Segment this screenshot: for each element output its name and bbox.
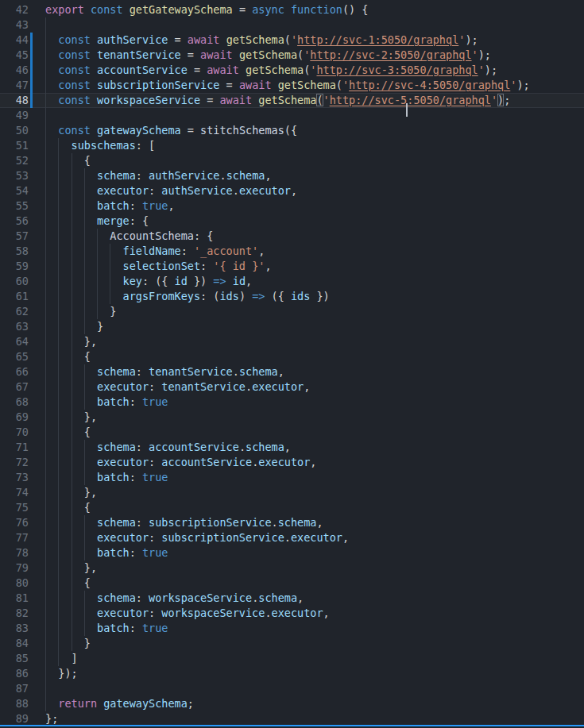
code-line[interactable]: 42export const getGatewaySchema = async … [0,2,584,17]
code-line-text[interactable]: const gatewaySchema = stitchSchemas({ [33,123,584,138]
code-line-text[interactable]: schema: accountService.schema, [33,440,584,455]
code-line-text[interactable]: { [33,576,584,591]
line-number[interactable]: 52 [0,153,29,168]
line-number[interactable]: 59 [0,259,29,274]
code-line[interactable]: 79 }, [0,560,584,576]
code-line[interactable]: 68 batch: true [0,395,584,410]
line-number[interactable]: 78 [0,545,29,560]
code-line-text[interactable]: schema: authService.schema, [33,168,584,183]
line-number[interactable]: 54 [0,183,29,198]
code-line[interactable]: 48 const workspaceService = await getSch… [0,93,584,108]
code-line[interactable]: 47 const subscriptionService = await get… [0,78,584,93]
line-number[interactable]: 65 [0,349,29,364]
line-number[interactable]: 66 [0,364,29,379]
code-line-text[interactable] [33,17,584,33]
code-line[interactable]: 61 argsFromKeys: (ids) => ({ ids }) [0,289,584,304]
line-number[interactable]: 70 [0,425,29,440]
code-line[interactable]: 50 const gatewaySchema = stitchSchemas({ [0,123,584,138]
code-line-text[interactable]: fieldName: '_account', [33,244,584,259]
line-number[interactable]: 79 [0,560,29,576]
code-line-text[interactable]: key: ({ id }) => id, [33,274,584,289]
line-number[interactable]: 58 [0,244,29,259]
line-number[interactable]: 55 [0,198,29,214]
code-line-text[interactable]: AccountSchema: { [33,229,584,244]
code-line[interactable]: 51 subschemas: [ [0,138,584,153]
line-number[interactable]: 51 [0,138,29,153]
line-number[interactable]: 76 [0,515,29,530]
line-number[interactable]: 72 [0,455,29,470]
code-line-text[interactable]: executor: subscriptionService.executor, [33,530,584,545]
line-number[interactable]: 71 [0,440,29,455]
code-line-text[interactable]: } [33,319,584,334]
line-number[interactable]: 53 [0,168,29,183]
code-line-text[interactable]: executor: authService.executor, [33,183,584,198]
line-number[interactable]: 77 [0,530,29,545]
code-line-text[interactable]: return gatewaySchema; [33,696,584,711]
code-line[interactable]: 65 { [0,349,584,364]
code-line-text[interactable]: }, [33,485,584,500]
code-line[interactable]: 83 batch: true [0,621,584,636]
code-line[interactable]: 43 [0,17,584,33]
code-line[interactable]: 81 schema: workspaceService.schema, [0,591,584,606]
code-line[interactable]: 69 }, [0,410,584,425]
code-line-text[interactable]: batch: true [33,545,584,560]
line-number[interactable]: 47 [0,78,29,93]
code-line-text[interactable]: { [33,349,584,364]
line-number[interactable]: 87 [0,681,29,696]
line-number[interactable]: 67 [0,379,29,395]
line-number[interactable]: 85 [0,651,29,666]
line-number[interactable]: 88 [0,696,29,711]
code-line[interactable]: 88 return gatewaySchema; [0,696,584,711]
code-line[interactable]: 58 fieldName: '_account', [0,244,584,259]
code-line-text[interactable]: ] [33,651,584,666]
code-line[interactable]: 56 merge: { [0,214,584,229]
code-line[interactable]: 67 executor: tenantService.executor, [0,379,584,395]
code-line-text[interactable]: schema: workspaceService.schema, [33,591,584,606]
code-line-text[interactable]: }, [33,560,584,576]
code-line-text[interactable]: batch: true, [33,198,584,214]
code-line-text[interactable]: executor: workspaceService.executor, [33,606,584,621]
code-line[interactable]: 85 ] [0,651,584,666]
code-line-text[interactable]: { [33,500,584,515]
line-number[interactable]: 45 [0,48,29,63]
code-line-text[interactable]: merge: { [33,214,584,229]
code-line-text[interactable]: const accountService = await getSchema('… [33,63,584,78]
code-line[interactable]: 78 batch: true [0,545,584,560]
line-number[interactable]: 43 [0,17,29,33]
line-number[interactable]: 75 [0,500,29,515]
code-line-text[interactable]: } [33,636,584,651]
line-number[interactable]: 73 [0,470,29,485]
code-line-text[interactable]: const subscriptionService = await getSch… [33,78,584,93]
code-line[interactable]: 70 { [0,425,584,440]
code-line[interactable]: 87 [0,681,584,696]
code-line[interactable]: 60 key: ({ id }) => id, [0,274,584,289]
line-number[interactable]: 62 [0,304,29,319]
code-line-text[interactable]: batch: true [33,621,584,636]
line-number[interactable]: 81 [0,591,29,606]
code-line[interactable]: 82 executor: workspaceService.executor, [0,606,584,621]
code-line[interactable]: 53 schema: authService.schema, [0,168,584,183]
code-line[interactable]: 71 schema: accountService.schema, [0,440,584,455]
code-line[interactable]: 84 } [0,636,584,651]
line-number[interactable]: 63 [0,319,29,334]
line-number[interactable]: 50 [0,123,29,138]
line-number[interactable]: 48 [0,93,29,108]
code-line[interactable]: 74 }, [0,485,584,500]
line-number[interactable]: 61 [0,289,29,304]
line-number[interactable]: 84 [0,636,29,651]
line-number[interactable]: 86 [0,666,29,681]
code-line[interactable]: 72 executor: accountService.executor, [0,455,584,470]
code-line[interactable]: 57 AccountSchema: { [0,229,584,244]
code-line[interactable]: 86 }); [0,666,584,681]
line-number[interactable]: 74 [0,485,29,500]
line-number[interactable]: 80 [0,576,29,591]
code-line-text[interactable]: export const getGatewaySchema = async fu… [33,2,584,17]
code-line-text[interactable]: schema: subscriptionService.schema, [33,515,584,530]
code-line-text[interactable]: executor: accountService.executor, [33,455,584,470]
code-line-text[interactable]: { [33,153,584,168]
code-line-text[interactable] [33,681,584,696]
code-line-text[interactable] [33,108,584,123]
line-number[interactable]: 49 [0,108,29,123]
code-line-text[interactable]: }, [33,410,584,425]
code-line-text[interactable]: argsFromKeys: (ids) => ({ ids }) [33,289,584,304]
